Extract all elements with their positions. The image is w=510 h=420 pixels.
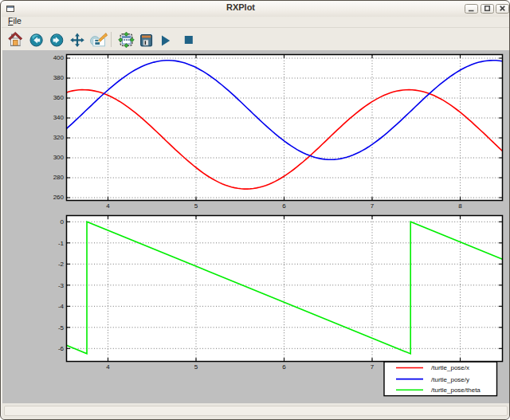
svg-text:7: 7 — [371, 363, 375, 371]
svg-text:380: 380 — [53, 74, 65, 81]
svg-text:300: 300 — [53, 154, 65, 161]
svg-text:5: 5 — [194, 202, 198, 210]
svg-text:260: 260 — [53, 194, 65, 201]
svg-text:8: 8 — [458, 202, 462, 210]
svg-text:-5: -5 — [58, 324, 65, 332]
svg-text:-1: -1 — [58, 240, 65, 247]
svg-text:340: 340 — [53, 114, 65, 121]
svg-text:/turtle_pose/x: /turtle_pose/x — [431, 364, 469, 371]
svg-text:360: 360 — [53, 94, 65, 101]
svg-text:-6: -6 — [58, 345, 65, 352]
svg-text:/turtle_pose/y: /turtle_pose/y — [431, 376, 469, 383]
svg-text:400: 400 — [53, 54, 65, 61]
svg-text:0: 0 — [61, 218, 65, 226]
svg-text:7: 7 — [371, 202, 375, 210]
svg-text:6: 6 — [282, 363, 286, 371]
svg-text:280: 280 — [53, 174, 65, 181]
svg-text:-4: -4 — [58, 303, 65, 310]
svg-text:-2: -2 — [58, 261, 65, 268]
svg-text:5: 5 — [194, 363, 198, 371]
svg-text:4: 4 — [106, 202, 110, 210]
svg-text:/turtle_pose/theta: /turtle_pose/theta — [431, 387, 481, 394]
svg-text:4: 4 — [106, 363, 110, 371]
svg-text:6: 6 — [282, 202, 286, 210]
svg-text:-3: -3 — [58, 282, 65, 289]
svg-text:320: 320 — [53, 134, 65, 141]
